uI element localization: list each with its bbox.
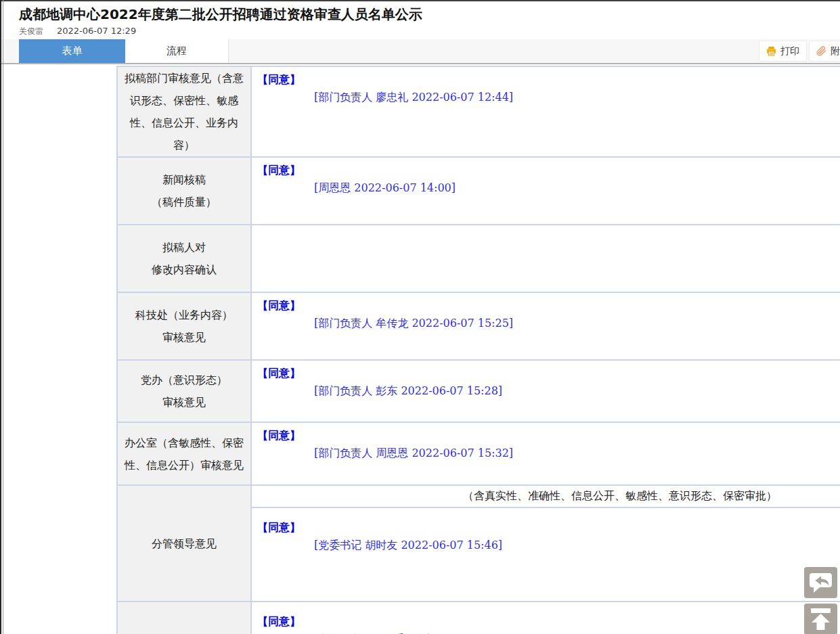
decision-text: 【同意】	[257, 427, 840, 445]
signoff-text: [部门负责人 周恩恩 2022-06-07 15:32]	[257, 445, 840, 462]
tab-form[interactable]: 表单	[19, 39, 125, 63]
submit-timestamp: 2022-06-07 12:29	[57, 26, 136, 36]
row-label-drafter-confirmation: 拟稿人对 修改内容确认	[117, 225, 251, 292]
print-button[interactable]: 打印	[759, 41, 807, 62]
author-name: 关俊雷	[19, 26, 43, 36]
row-value-drafter-confirmation	[251, 225, 840, 292]
back-to-top-icon	[804, 604, 837, 634]
signoff-text: [部门负责人 牟传龙 2022-06-07 15:25]	[257, 315, 840, 332]
decision-text: 【同意】	[257, 297, 840, 315]
table-row: 科技处（业务内容） 审核意见 【同意】 [部门负责人 牟传龙 2022-06-0…	[117, 292, 840, 360]
back-to-top-button[interactable]	[804, 604, 837, 634]
row-label-science-tech-review: 科技处（业务内容） 审核意见	[117, 292, 251, 360]
signoff-text: [部门负责人 廖忠礼 2022-06-07 12:44]	[257, 89, 840, 106]
table-row: 办公室（含敏感性、保密性、信息公开）审核意见 【同意】 [部门负责人 周恩恩 2…	[117, 422, 840, 485]
decision-text: 【同意】	[257, 519, 840, 537]
approval-table: 拟稿部门审核意见（含意识形态、保密性、敏感性、信息公开、业务内容） 【同意】 […	[116, 66, 840, 634]
table-row: 主要领导意见 【同意】 [中心副主任、党委副书记 李建星 2022-06-07 …	[117, 602, 840, 634]
row-label-supervising-leader-opinion: 分管领导意见	[117, 485, 251, 602]
approval-form-page: 成都地调中心2022年度第二批公开招聘通过资格审查人员名单公示 关俊雷2022-…	[0, 0, 840, 634]
row-value-supervising-leader-opinion: （含真实性、准确性、信息公开、敏感性、意识形态、保密审批） 【同意】 [党委书记…	[251, 485, 840, 602]
row-label-party-office-review: 党办（意识形态） 审核意见	[117, 360, 251, 422]
byline: 关俊雷2022-06-07 12:29	[19, 26, 136, 37]
signoff-text: [中心副主任、党委副书记 李建星 2022-06-07 15:47]	[257, 631, 840, 634]
row-label-drafting-dept-review: 拟稿部门审核意见（含意识形态、保密性、敏感性、信息公开、业务内容）	[117, 66, 251, 157]
decision-text: 【同意】	[257, 162, 840, 179]
table-row: 拟稿人对 修改内容确认	[117, 225, 840, 292]
decision-text: 【同意】	[257, 365, 840, 382]
tab-process[interactable]: 流程	[125, 39, 229, 63]
table-row: 拟稿部门审核意见（含意识形态、保密性、敏感性、信息公开、业务内容） 【同意】 […	[117, 66, 840, 157]
table-row: 党办（意识形态） 审核意见 【同意】 [部门负责人 彭东 2022-06-07 …	[117, 360, 840, 422]
attachment-button[interactable]: 附	[809, 41, 840, 62]
reply-bubble-icon	[804, 567, 837, 598]
table-row: 新闻核稿 （稿件质量） 【同意】 [周恩恩 2022-06-07 14:00]	[117, 157, 840, 225]
window-left-edge	[0, 0, 1, 634]
attachment-button-label: 附	[831, 45, 840, 58]
row-label-general-office-review: 办公室（含敏感性、保密性、信息公开）审核意见	[117, 422, 251, 485]
document-header: 成都地调中心2022年度第二批公开招聘通过资格审查人员名单公示 关俊雷2022-…	[0, 1, 840, 39]
review-scope-note: （含真实性、准确性、信息公开、敏感性、意识形态、保密审批）	[252, 486, 840, 508]
row-label-main-leader-opinion: 主要领导意见	[117, 602, 251, 634]
decision-text: 【同意】	[257, 71, 840, 89]
row-value-science-tech-review: 【同意】 [部门负责人 牟传龙 2022-06-07 15:25]	[251, 292, 840, 360]
row-value-general-office-review: 【同意】 [部门负责人 周恩恩 2022-06-07 15:32]	[251, 422, 840, 485]
tab-bar: 表单流程 打印 附	[0, 39, 840, 64]
print-button-label: 打印	[780, 45, 799, 58]
page-title: 成都地调中心2022年度第二批公开招聘通过资格审查人员名单公示	[0, 1, 840, 24]
paperclip-icon	[816, 46, 826, 56]
signoff-text: [党委书记 胡时友 2022-06-07 15:46]	[257, 537, 840, 554]
row-value-party-office-review: 【同意】 [部门负责人 彭东 2022-06-07 15:28]	[251, 360, 840, 422]
decision-text: 【同意】	[257, 613, 840, 631]
row-value-drafting-dept-review: 【同意】 [部门负责人 廖忠礼 2022-06-07 12:44]	[251, 66, 840, 157]
reply-comment-button[interactable]	[804, 567, 837, 598]
row-value-main-leader-opinion: 【同意】 [中心副主任、党委副书记 李建星 2022-06-07 15:47]	[251, 602, 840, 634]
row-label-news-review: 新闻核稿 （稿件质量）	[117, 157, 251, 225]
signoff-text: [周恩恩 2022-06-07 14:00]	[257, 179, 840, 197]
form-content: 拟稿部门审核意见（含意识形态、保密性、敏感性、信息公开、业务内容） 【同意】 […	[0, 66, 840, 634]
table-row: 分管领导意见 （含真实性、准确性、信息公开、敏感性、意识形态、保密审批） 【同意…	[117, 485, 840, 602]
signoff-text: [部门负责人 彭东 2022-06-07 15:28]	[257, 382, 840, 400]
window-top-edge	[0, 0, 840, 1]
row-value-news-review: 【同意】 [周恩恩 2022-06-07 14:00]	[251, 157, 840, 225]
printer-icon	[766, 46, 776, 56]
window-left-edge-inner	[3, 0, 3, 634]
